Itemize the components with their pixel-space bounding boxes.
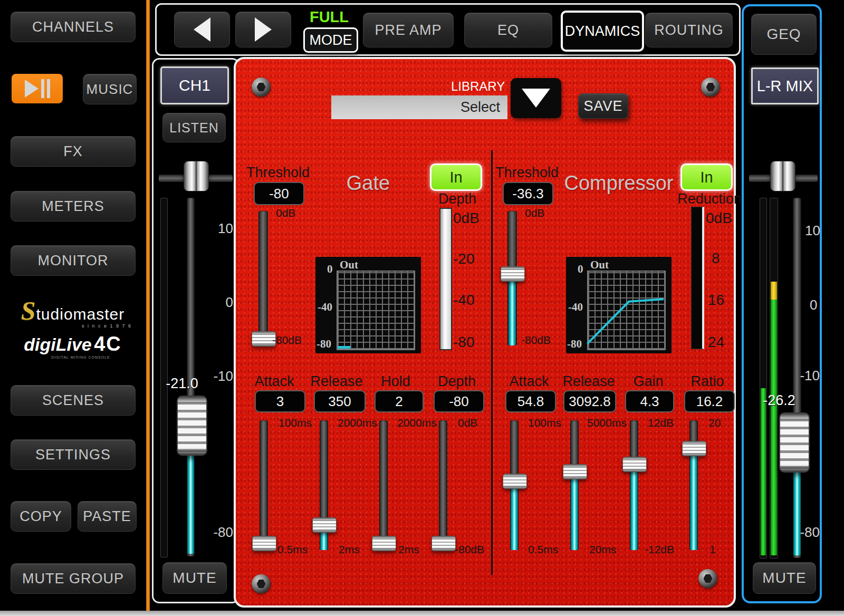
gate-hold-knob[interactable] [372,536,396,551]
full-mode-indicator: FULL [303,8,355,26]
channel-fader-fill [187,453,194,554]
comp-release-max: 5000ms [587,417,627,429]
geq-button[interactable]: GEQ [751,14,817,55]
comp-ratio-knob[interactable] [682,441,706,456]
gate-attack-track[interactable] [260,420,268,550]
comp-threshold-value: -36.3 [503,182,553,205]
gate-hold-min: 2ms [398,543,419,556]
screw-icon [252,78,271,97]
comp-release-knob[interactable] [563,464,587,479]
master-meter-right-peak [771,282,777,300]
master-mute-button[interactable]: MUTE [753,562,816,594]
tab-preamp[interactable]: PRE AMP [363,13,454,47]
comp-graph-out-label: Out [590,258,609,272]
gate-depth-tick-0: 0dB [453,210,479,227]
comp-ratio-value: 16.2 [684,390,735,412]
master-pan-knob[interactable] [770,161,795,191]
copy-button[interactable]: COPY [11,501,71,532]
comp-in-button[interactable]: In [680,163,733,191]
gate-graph-tick-0: 0 [327,263,333,276]
sidebar-item-fx[interactable]: FX [11,136,136,167]
comp-reduction-meter-label: Reduction [673,191,746,207]
channel-scale-0: 0 [211,294,233,311]
gate-graph-out-label: Out [340,258,358,272]
listen-button[interactable]: LISTEN [162,113,226,142]
comp-gain-knob[interactable] [622,457,647,472]
comp-attack-knob[interactable] [503,474,527,489]
master-select-button[interactable]: L-R MIX [751,68,819,104]
gate-depth-meter [439,208,452,350]
play-pause-button[interactable] [12,74,63,103]
tab-dynamics-active[interactable]: DYNAMICS [561,11,644,52]
play-pause-icon [25,79,50,98]
dynamics-label: DYNAMICS [565,23,640,40]
next-channel-button[interactable] [235,12,291,47]
bottom-edge-strip [0,611,844,616]
library-dropdown-button[interactable] [511,78,561,118]
gate-release-label: Release [305,373,368,390]
master-fader-knob[interactable] [779,412,810,473]
library-select[interactable]: Select [331,95,507,119]
mode-button[interactable]: MODE [303,27,358,53]
sidebar-item-music[interactable]: MUSIC [83,74,137,104]
comp-reduction-meter [691,207,704,349]
channel-mute-button[interactable]: MUTE [162,562,227,594]
sidebar-item-channels[interactable]: CHANNELS [11,12,136,42]
comp-attack-value: 54.8 [505,390,556,412]
gate-graph-tick-80: -80 [316,338,331,351]
paste-button[interactable]: PASTE [78,501,137,532]
gate-threshold-track[interactable] [258,211,268,345]
master-fader-value: -26.2 [753,392,805,409]
channel-name: CH1 [179,76,210,94]
gate-depth-knob[interactable] [431,536,456,551]
gate-hold-label: Hold [364,373,427,390]
comp-gain-fill [630,471,638,550]
sidebar-item-settings[interactable]: SETTINGS [11,439,136,470]
comp-graph-tick-40: -40 [568,301,583,314]
sidebar-divider [146,0,150,616]
gate-attack-knob[interactable] [252,536,276,551]
channel-fader-knob[interactable] [177,396,207,456]
logo-model: 4C [94,333,122,355]
comp-threshold-knob[interactable] [501,266,525,282]
comp-release-label: Release [557,373,620,390]
mode-label: MODE [310,32,352,49]
comp-graph-tick-0: 0 [578,263,583,276]
comp-reduction-tick-24: 24 [708,334,724,351]
gate-depth-min: -80dB [455,543,484,556]
sidebar-item-meters[interactable]: METERS [11,191,136,222]
arrow-right-icon [255,17,272,42]
channel-select-button[interactable]: CH1 [160,66,229,104]
geq-label: GEQ [766,26,801,43]
master-meter-left-fill [761,388,766,555]
gate-in-button[interactable]: In [430,163,482,191]
gate-hold-track[interactable] [379,420,388,550]
comp-gain-max: 12dB [648,417,674,429]
comp-attack-label: Attack [497,373,561,390]
sidebar-item-scenes[interactable]: SCENES [11,385,136,416]
gate-depth-tick-80: -80 [453,334,474,351]
prev-channel-button[interactable] [174,12,230,47]
channel-pan-knob[interactable] [184,161,209,191]
gate-attack-max: 100ms [279,417,312,429]
gate-depth-track[interactable] [439,420,447,550]
comp-in-label: In [700,169,713,186]
gate-title: Gate [326,172,410,195]
master-scale-0: 0 [810,297,826,313]
settings-label: SETTINGS [35,447,111,463]
scenes-label: SCENES [42,392,104,409]
tab-eq[interactable]: EQ [464,13,552,47]
gate-curve [338,346,350,349]
gate-release-knob[interactable] [312,517,337,533]
comp-ratio-max: 20 [708,417,721,429]
gate-graph-tick-40: -40 [318,301,332,314]
copy-label: COPY [20,508,62,525]
channel-mute-label: MUTE [172,570,216,586]
save-button[interactable]: SAVE [578,93,628,119]
gate-depth-value: -80 [434,390,484,412]
master-scale-10: 10 [805,223,821,239]
mute-group-button[interactable]: MUTE GROUP [11,563,136,594]
arrow-left-icon [194,17,210,42]
sidebar-item-monitor[interactable]: MONITOR [11,245,136,276]
tab-routing[interactable]: ROUTING [645,13,733,47]
